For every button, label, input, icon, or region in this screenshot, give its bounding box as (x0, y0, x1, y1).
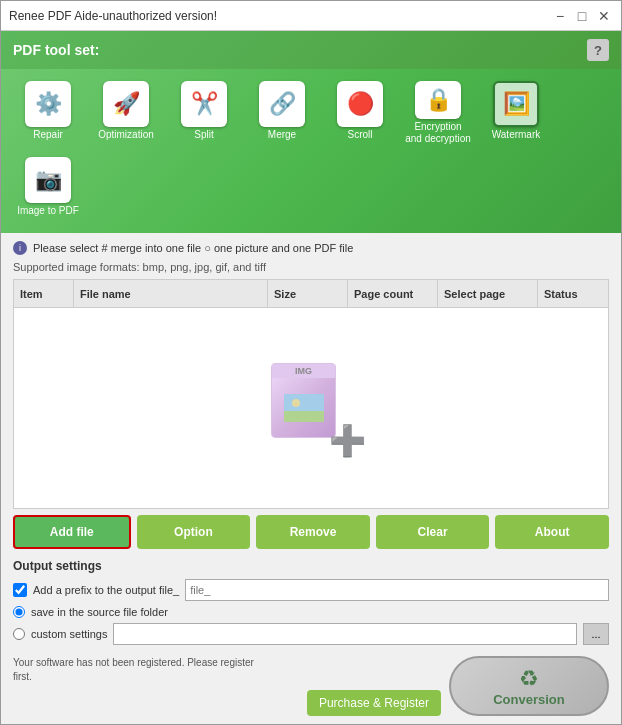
table-header: Item File name Size Page count Select pa… (14, 280, 608, 308)
tool-repair-label: Repair (33, 129, 62, 141)
repair-icon: ⚙️ (25, 81, 71, 127)
info-row: i Please select # merge into one file ○ … (13, 241, 609, 255)
svg-rect-1 (284, 411, 324, 422)
action-buttons: Add file Option Remove Clear About (13, 509, 609, 555)
notice-line2: first. (13, 671, 32, 682)
help-icon[interactable]: ? (587, 39, 609, 61)
img-card: IMG (271, 363, 336, 438)
split-icon: ✂️ (181, 81, 227, 127)
convert-text: Conversion (493, 692, 565, 707)
tool-image-to-pdf-label: Image to PDF (17, 205, 79, 217)
header-title: PDF tool set: (13, 42, 99, 58)
image-to-pdf-icon: 📷 (25, 157, 71, 203)
custom-settings-radio[interactable] (13, 628, 25, 640)
supported-formats: Supported image formats: bmp, png, jpg, … (13, 261, 609, 273)
col-selectpage: Select page (438, 280, 538, 307)
tool-scroll-label: Scroll (347, 129, 372, 141)
add-file-button[interactable]: Add file (13, 515, 131, 549)
source-folder-row: save in the source file folder (13, 606, 609, 618)
custom-settings-row: custom settings C:\Users\Lin\Documents .… (13, 623, 609, 645)
maximize-button[interactable]: □ (573, 7, 591, 25)
prefix-input[interactable] (185, 579, 609, 601)
purchase-register-button[interactable]: Purchase & Register (307, 690, 441, 716)
optimization-icon: 🚀 (103, 81, 149, 127)
custom-path-input[interactable]: C:\Users\Lin\Documents (113, 623, 577, 645)
tool-merge-label: Merge (268, 129, 296, 141)
remove-button[interactable]: Remove (256, 515, 370, 549)
tool-image-to-pdf[interactable]: 📷 Image to PDF (11, 153, 85, 225)
output-settings: Output settings Add a prefix to the outp… (13, 559, 609, 650)
source-folder-radio[interactable] (13, 606, 25, 618)
tool-repair[interactable]: ⚙️ Repair (11, 77, 85, 149)
about-button[interactable]: About (495, 515, 609, 549)
clear-button[interactable]: Clear (376, 515, 490, 549)
bottom-area: Your software has not been registered. P… (13, 656, 609, 716)
table-body: IMG (14, 308, 608, 508)
info-icon: i (13, 241, 27, 255)
source-folder-label: save in the source file folder (31, 606, 168, 618)
prefix-label: Add a prefix to the output file_ (33, 584, 179, 596)
convert-icon: ♻ (519, 666, 539, 692)
prefix-row: Add a prefix to the output file_ (13, 579, 609, 601)
col-pagecount: Page count (348, 280, 438, 307)
tool-split[interactable]: ✂️ Split (167, 77, 241, 149)
merge-icon: 🔗 (259, 81, 305, 127)
tool-split-label: Split (194, 129, 213, 141)
svg-rect-0 (284, 394, 324, 411)
info-text: Please select # merge into one file ○ on… (33, 242, 353, 254)
col-filename: File name (74, 280, 268, 307)
toolbar: ⚙️ Repair 🚀 Optimization ✂️ Split 🔗 Merg… (1, 69, 621, 233)
tool-merge[interactable]: 🔗 Merge (245, 77, 319, 149)
main-window: Renee PDF Aide-unauthorized version! − □… (0, 0, 622, 725)
window-controls: − □ ✕ (551, 7, 613, 25)
col-status: Status (538, 280, 608, 307)
browse-button[interactable]: ... (583, 623, 609, 645)
output-settings-title: Output settings (13, 559, 609, 573)
prefix-checkbox[interactable] (13, 583, 27, 597)
tool-encryption-label: Encryption and decryption (405, 121, 471, 145)
cursor-icon: ➕ (329, 423, 366, 458)
img-placeholder-icon: IMG (271, 363, 351, 453)
tool-optimization[interactable]: 🚀 Optimization (89, 77, 163, 149)
tool-watermark-label: Watermark (492, 129, 541, 141)
encryption-icon: 🔒 (415, 81, 461, 119)
option-button[interactable]: Option (137, 515, 251, 549)
tool-optimization-label: Optimization (98, 129, 154, 141)
scroll-icon: 🔴 (337, 81, 383, 127)
tool-watermark[interactable]: 🖼️ Watermark (479, 77, 553, 149)
empty-illustration: IMG (271, 363, 351, 453)
custom-settings-label: custom settings (31, 628, 107, 640)
watermark-icon: 🖼️ (493, 81, 539, 127)
tool-encryption[interactable]: 🔒 Encryption and decryption (401, 77, 475, 149)
notice-area: Your software has not been registered. P… (13, 656, 441, 684)
header-bar: PDF tool set: ? (1, 31, 621, 69)
notice-line1: Your software has not been registered. P… (13, 657, 254, 668)
close-button[interactable]: ✕ (595, 7, 613, 25)
conversion-button[interactable]: ♻ Conversion (449, 656, 609, 716)
col-item: Item (14, 280, 74, 307)
file-table: Item File name Size Page count Select pa… (13, 279, 609, 509)
window-title: Renee PDF Aide-unauthorized version! (9, 9, 551, 23)
title-bar: Renee PDF Aide-unauthorized version! − □… (1, 1, 621, 31)
tool-scroll[interactable]: 🔴 Scroll (323, 77, 397, 149)
content-area: i Please select # merge into one file ○ … (1, 233, 621, 724)
col-size: Size (268, 280, 348, 307)
svg-point-2 (292, 399, 300, 407)
minimize-button[interactable]: − (551, 7, 569, 25)
